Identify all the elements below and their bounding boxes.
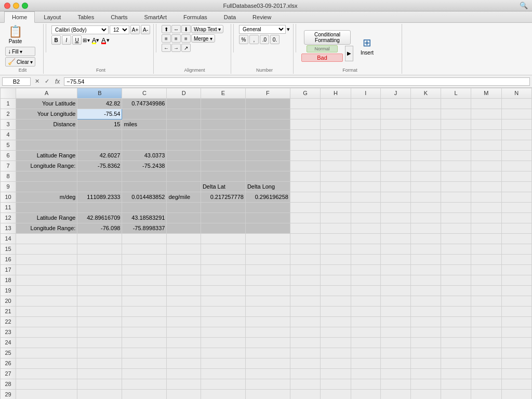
cell-D29[interactable] xyxy=(167,390,201,400)
cell-N2[interactable] xyxy=(501,109,531,119)
cell-B28[interactable] xyxy=(77,379,122,390)
cell-L5[interactable] xyxy=(441,140,471,151)
cell-J13[interactable] xyxy=(381,223,411,234)
cell-D25[interactable] xyxy=(167,348,201,358)
cell-H7[interactable] xyxy=(321,161,351,171)
merge-button[interactable]: Merge ▾ xyxy=(191,34,215,43)
cell-H18[interactable] xyxy=(321,275,351,286)
cell-A29[interactable] xyxy=(16,390,77,400)
cell-E15[interactable] xyxy=(201,244,245,255)
cell-G9[interactable] xyxy=(290,182,320,192)
row-header-16[interactable]: 16 xyxy=(1,255,16,265)
cell-J8[interactable] xyxy=(381,171,411,182)
row-header-5[interactable]: 5 xyxy=(1,140,16,151)
cell-F3[interactable] xyxy=(245,119,290,130)
cell-C16[interactable] xyxy=(122,255,167,265)
cell-A8[interactable] xyxy=(16,171,77,182)
cell-I23[interactable] xyxy=(351,327,380,338)
align-bottom-button[interactable]: ⬇ xyxy=(181,25,191,33)
cell-H20[interactable] xyxy=(321,296,351,307)
cell-K29[interactable] xyxy=(410,390,441,400)
cell-B22[interactable] xyxy=(77,317,122,327)
cell-C17[interactable] xyxy=(122,265,167,275)
cell-F2[interactable] xyxy=(245,109,290,119)
cell-I4[interactable] xyxy=(351,130,380,140)
cell-M12[interactable] xyxy=(471,213,501,223)
tab-home[interactable]: Home xyxy=(4,11,35,23)
cell-B3[interactable]: 15 xyxy=(77,119,122,130)
cell-F4[interactable] xyxy=(245,130,290,140)
cell-E8[interactable] xyxy=(201,171,245,182)
col-header-i[interactable]: I xyxy=(351,88,380,99)
cell-F15[interactable] xyxy=(245,244,290,255)
cell-M16[interactable] xyxy=(471,255,501,265)
cell-D4[interactable] xyxy=(167,130,201,140)
cell-A13[interactable]: Longitude Range: xyxy=(16,223,77,234)
row-header-2[interactable]: 2 xyxy=(1,109,16,119)
cell-N6[interactable] xyxy=(501,151,531,161)
cell-A16[interactable] xyxy=(16,255,77,265)
cell-I17[interactable] xyxy=(351,265,380,275)
cell-K12[interactable] xyxy=(410,213,441,223)
cell-H23[interactable] xyxy=(321,327,351,338)
cell-A10[interactable]: m/deg xyxy=(16,192,77,203)
cell-A9[interactable] xyxy=(16,182,77,192)
indent-increase-button[interactable]: → xyxy=(171,44,181,52)
cell-L14[interactable] xyxy=(441,234,471,244)
cell-D9[interactable] xyxy=(167,182,201,192)
cell-N22[interactable] xyxy=(501,317,531,327)
cell-L17[interactable] xyxy=(441,265,471,275)
cell-F5[interactable] xyxy=(245,140,290,151)
cell-A3[interactable]: Distance xyxy=(16,119,77,130)
cell-J25[interactable] xyxy=(381,348,411,358)
cell-K2[interactable] xyxy=(410,109,441,119)
cell-D5[interactable] xyxy=(167,140,201,151)
cell-F24[interactable] xyxy=(245,338,290,348)
cell-E14[interactable] xyxy=(201,234,245,244)
cell-A21[interactable] xyxy=(16,307,77,317)
cell-D16[interactable] xyxy=(167,255,201,265)
cell-L16[interactable] xyxy=(441,255,471,265)
cell-reference-input[interactable]: B2 xyxy=(2,77,31,86)
cell-F26[interactable] xyxy=(245,358,290,369)
col-header-g[interactable]: G xyxy=(290,88,320,99)
cell-L6[interactable] xyxy=(441,151,471,161)
wrap-text-button[interactable]: Wrap Text ▾ xyxy=(191,25,223,33)
cell-D8[interactable] xyxy=(167,171,201,182)
cell-E22[interactable] xyxy=(201,317,245,327)
align-left-button[interactable]: ≡ xyxy=(162,34,171,43)
cell-G29[interactable] xyxy=(290,390,320,400)
cell-M11[interactable] xyxy=(471,203,501,213)
cell-D11[interactable] xyxy=(167,203,201,213)
cell-I6[interactable] xyxy=(351,151,380,161)
cell-L13[interactable] xyxy=(441,223,471,234)
cell-N17[interactable] xyxy=(501,265,531,275)
cell-G5[interactable] xyxy=(290,140,320,151)
cell-M20[interactable] xyxy=(471,296,501,307)
cell-M15[interactable] xyxy=(471,244,501,255)
cell-I10[interactable] xyxy=(351,192,380,203)
cell-I24[interactable] xyxy=(351,338,380,348)
fill-button[interactable]: ↓ Fill ▾ xyxy=(5,47,35,56)
row-header-17[interactable]: 17 xyxy=(1,265,16,275)
cell-J7[interactable] xyxy=(381,161,411,171)
formula-input[interactable]: −75.54 xyxy=(64,77,530,86)
cell-J26[interactable] xyxy=(381,358,411,369)
cell-H2[interactable] xyxy=(321,109,351,119)
cell-A7[interactable]: Longitude Range: xyxy=(16,161,77,171)
cell-J29[interactable] xyxy=(381,390,411,400)
cell-L20[interactable] xyxy=(441,296,471,307)
cell-E9[interactable]: Delta Lat xyxy=(201,182,245,192)
cell-N5[interactable] xyxy=(501,140,531,151)
cell-K22[interactable] xyxy=(410,317,441,327)
cell-G1[interactable] xyxy=(290,99,320,109)
cell-A4[interactable] xyxy=(16,130,77,140)
cell-J28[interactable] xyxy=(381,379,411,390)
align-top-button[interactable]: ⬆ xyxy=(162,25,171,33)
cell-A28[interactable] xyxy=(16,379,77,390)
cell-J1[interactable] xyxy=(381,99,411,109)
cell-G6[interactable] xyxy=(290,151,320,161)
tab-review[interactable]: Review xyxy=(245,11,279,22)
row-header-19[interactable]: 19 xyxy=(1,286,16,296)
cell-J4[interactable] xyxy=(381,130,411,140)
